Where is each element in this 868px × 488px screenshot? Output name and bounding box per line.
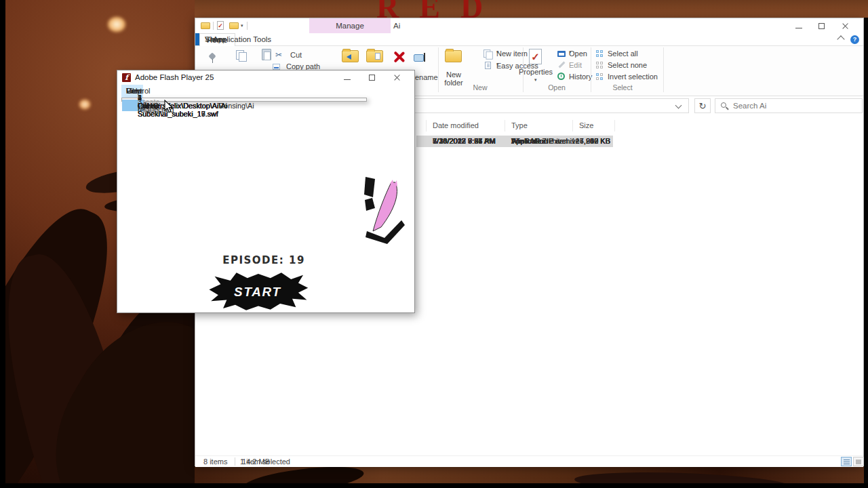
column-header-date[interactable]: Date modified [433, 121, 479, 129]
column-header-type[interactable]: Type [511, 121, 528, 129]
wallpaper-light-blob [107, 16, 126, 33]
refresh-button[interactable]: ↻ [694, 98, 711, 113]
column-separator[interactable] [426, 120, 427, 131]
select-all-label[interactable]: Select all [608, 49, 638, 58]
address-dropdown-icon[interactable] [675, 102, 682, 109]
tab-application-tools[interactable]: Application Tools [206, 33, 278, 45]
quick-access-properties-icon[interactable]: ✓ [217, 21, 224, 30]
flash-title-bar[interactable]: f Adobe Flash Player 25 [117, 70, 414, 85]
cell-size: 52 KB [534, 137, 610, 145]
edit-label[interactable]: Edit [569, 61, 582, 69]
flash-file-menu: Open...Ctrl+OCloseCtrl+WPrint...Create P… [121, 98, 367, 102]
wallpaper-right-strip [864, 18, 868, 483]
properties-icon[interactable]: ✓ [529, 49, 542, 64]
select-all-icon[interactable] [596, 50, 604, 58]
letterbox-bar [0, 483, 868, 488]
rename-icon[interactable] [414, 53, 427, 62]
column-separator[interactable] [572, 120, 573, 131]
properties-label[interactable]: Properties [518, 68, 553, 76]
explorer-tabs: FileHomeShareViewApplication Tools [195, 33, 863, 46]
history-label[interactable]: History [569, 73, 592, 81]
search-box[interactable] [715, 98, 863, 113]
wallpaper-light-blob [79, 99, 91, 110]
help-icon[interactable]: ? [850, 35, 859, 44]
wallpaper-title-text: RED [376, 0, 503, 18]
cell-date: 3/13/2002 8:46 AM [433, 137, 495, 145]
status-bar: 8 items 1 item selected 14.2 MB [195, 455, 863, 467]
mouse-cursor [164, 100, 174, 113]
column-header-size[interactable]: Size [579, 121, 593, 129]
column-separator[interactable] [614, 120, 615, 131]
paste-icon[interactable] [262, 49, 271, 60]
selection-summary: 1 item selected 14.2 MB [240, 458, 242, 466]
separator [247, 22, 248, 30]
group-label-select: Select [602, 83, 643, 92]
invert-selection-label[interactable]: Invert selection [608, 73, 658, 81]
flash-logo-art [364, 177, 405, 245]
edit-icon[interactable] [557, 61, 566, 69]
properties-dropdown-icon[interactable]: ▾ [534, 77, 537, 83]
separator [235, 458, 235, 466]
cut-label[interactable]: Cut [290, 51, 302, 59]
pin-to-quick-access-icon[interactable] [208, 53, 217, 62]
minimize-button[interactable] [344, 70, 366, 85]
start-button[interactable]: START [206, 270, 309, 312]
flash-player-window: f Adobe Flash Player 25 FileViewControlH… [117, 70, 415, 313]
flash-window-title: Adobe Flash Player 25 [135, 70, 214, 85]
open-icon[interactable] [557, 51, 566, 57]
manage-contextual-tab[interactable]: Manage [309, 18, 391, 33]
copy-icon[interactable] [236, 50, 246, 61]
column-separator[interactable] [505, 120, 505, 131]
new-item-icon[interactable] [484, 49, 492, 59]
copy-path-icon[interactable] [273, 64, 280, 70]
maximize-button[interactable] [818, 18, 842, 33]
episode-title: EPISODE: 19 [199, 254, 328, 266]
easy-access-icon[interactable] [485, 62, 491, 69]
search-icon [721, 102, 726, 108]
thumbnail-view-button[interactable] [853, 457, 864, 466]
close-button[interactable] [842, 18, 865, 33]
invert-selection-icon[interactable] [596, 73, 604, 81]
separator [213, 22, 214, 30]
move-to-icon[interactable] [342, 50, 359, 62]
new-folder-icon[interactable] [445, 50, 462, 62]
details-view-button[interactable] [841, 457, 852, 466]
explorer-title-bar[interactable]: ✓ ▾ Manage Ai [195, 18, 863, 33]
history-icon[interactable] [557, 73, 565, 80]
search-input[interactable] [732, 100, 854, 112]
select-none-label[interactable]: Select none [608, 61, 647, 69]
menu-item[interactable]: ExitCtrl+Q [122, 100, 144, 111]
wallpaper-art [241, 466, 366, 483]
quick-access-folder-icon[interactable] [201, 22, 210, 29]
group-label-new: New [460, 83, 500, 92]
cut-icon[interactable]: ✂ [275, 50, 285, 60]
group-divider [591, 47, 591, 92]
wallpaper-art [574, 469, 792, 483]
maximize-button[interactable] [369, 70, 391, 85]
flash-content: EPISODE: 19 START CREATED BY RONINSONG S… [118, 98, 414, 312]
wallpaper-top-strip: RED [195, 0, 868, 18]
group-divider [663, 47, 664, 92]
window-title: Ai [393, 18, 400, 33]
item-count: 8 items [203, 458, 227, 466]
group-label-open: Open [536, 83, 577, 92]
start-label: START [234, 285, 281, 299]
minimize-button[interactable] [795, 18, 818, 33]
flash-player-icon: f [122, 73, 131, 82]
copy-to-icon[interactable] [366, 50, 383, 62]
delete-icon[interactable] [392, 50, 406, 64]
quick-access-folder-icon[interactable] [229, 22, 239, 29]
wallpaper-bottom-strip [195, 466, 868, 483]
close-button[interactable] [393, 70, 415, 85]
quick-access-dropdown-icon[interactable]: ▾ [241, 23, 243, 28]
select-none-icon[interactable] [596, 62, 604, 69]
desktop: RED ✓ ▾ Manage Ai FileHomeShareViewAppli… [0, 0, 868, 488]
